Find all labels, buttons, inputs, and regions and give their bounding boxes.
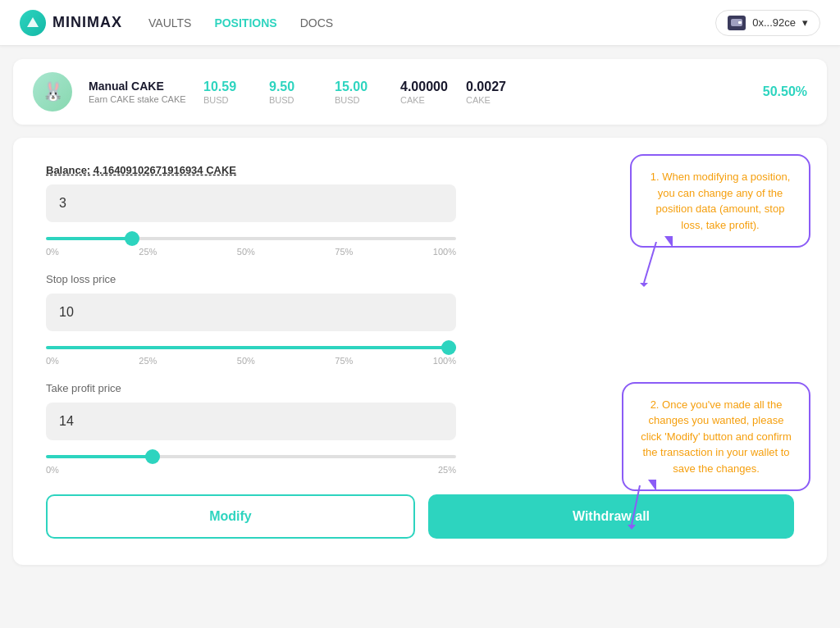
- take-profit-slider[interactable]: [46, 455, 456, 458]
- position-percentage: 50.50%: [763, 84, 807, 99]
- sl-tick-25pct: 25%: [139, 356, 157, 366]
- nav-vaults[interactable]: VAULTS: [148, 16, 191, 30]
- sl-tick-75pct: 75%: [335, 356, 353, 366]
- sl-tick-100pct: 100%: [433, 356, 456, 366]
- form-left: Balance: 4.16409102671916934 CAKE 0% 25%…: [46, 164, 456, 475]
- metric-label-4: CAKE: [400, 95, 425, 105]
- tooltip-1-text: 1. When modifying a position, you can ch…: [651, 171, 791, 231]
- amount-slider-container: 0% 25% 50% 75% 100%: [46, 229, 456, 257]
- wallet-icon: [728, 16, 746, 30]
- form-card: Balance: 4.16409102671916934 CAKE 0% 25%…: [13, 138, 827, 565]
- metric-label-1: BUSD: [203, 95, 229, 105]
- tooltip-2-text: 2. Once you've made all the changes you …: [641, 398, 791, 475]
- svg-marker-0: [27, 17, 39, 27]
- tick-75pct: 75%: [335, 247, 353, 257]
- take-profit-input[interactable]: [46, 403, 456, 440]
- svg-line-5: [632, 485, 640, 525]
- take-profit-slider-ticks: 0% 25%: [46, 465, 456, 475]
- tooltip-bubble-2: 2. Once you've made all the changes you …: [622, 382, 810, 492]
- metric-value-4: 4.00000: [400, 80, 448, 94]
- take-profit-label: Take profit price: [46, 382, 456, 394]
- stop-loss-label: Stop loss price: [46, 273, 456, 285]
- take-profit-slider-container: 0% 25%: [46, 447, 456, 475]
- tick-25pct: 25%: [139, 247, 157, 257]
- stop-loss-slider[interactable]: [46, 346, 456, 349]
- main-nav: VAULTS POSITIONS DOCS: [148, 16, 715, 30]
- logo-text: MINIMAX: [52, 14, 122, 31]
- chevron-down-icon: ▾: [802, 16, 808, 29]
- tp-tick-25pct: 25%: [438, 465, 456, 475]
- sl-tick-50pct: 50%: [237, 356, 255, 366]
- stop-loss-input[interactable]: [46, 294, 456, 331]
- position-subtitle: Earn CAKE stake CAKE: [89, 94, 187, 104]
- amount-slider-ticks: 0% 25% 50% 75% 100%: [46, 247, 456, 257]
- tick-100pct: 100%: [433, 247, 456, 257]
- token-avatar: 🐰: [33, 72, 72, 111]
- stop-loss-slider-container: 0% 25% 50% 75% 100%: [46, 338, 456, 366]
- svg-marker-6: [628, 525, 636, 530]
- wallet-button[interactable]: 0x...92ce ▾: [715, 10, 820, 36]
- position-name-area: Manual CAKE Earn CAKE stake CAKE: [89, 80, 187, 104]
- wallet-address: 0x...92ce: [752, 16, 796, 29]
- metric-value-5: 0.0027: [466, 80, 506, 94]
- metric-value-3: 15.00: [335, 80, 368, 94]
- tooltip-1-arrow: [640, 242, 705, 287]
- balance-label-row: Balance: 4.16409102671916934 CAKE: [46, 164, 456, 176]
- logo-icon: [20, 10, 46, 36]
- logo-area: MINIMAX: [20, 10, 122, 36]
- metric-label-3: BUSD: [335, 95, 360, 105]
- metric-label-5: CAKE: [466, 95, 491, 105]
- amount-slider[interactable]: [46, 237, 456, 240]
- metric-label-2: BUSD: [269, 95, 294, 105]
- sl-tick-0pct: 0%: [46, 356, 59, 366]
- tp-tick-0pct: 0%: [46, 465, 59, 475]
- token-emoji: 🐰: [42, 81, 64, 102]
- tick-0pct: 0%: [46, 247, 59, 257]
- nav-positions[interactable]: POSITIONS: [214, 16, 276, 30]
- metric-cake-1: 4.00000 CAKE: [400, 80, 450, 105]
- stop-loss-slider-ticks: 0% 25% 50% 75% 100%: [46, 356, 456, 366]
- balance-value: 4.16409102671916934 CAKE: [94, 164, 236, 176]
- svg-marker-4: [640, 283, 648, 287]
- metric-cake-2: 0.0027 CAKE: [466, 80, 515, 105]
- nav-docs[interactable]: DOCS: [300, 16, 333, 30]
- metric-busd-2: 9.50 BUSD: [269, 80, 318, 105]
- tick-50pct: 50%: [237, 247, 255, 257]
- tooltip-2-arrow: [628, 485, 693, 530]
- metric-busd-3: 15.00 BUSD: [335, 80, 384, 105]
- amount-input[interactable]: [46, 184, 456, 222]
- position-title: Manual CAKE: [89, 80, 187, 93]
- balance-prefix: Balance:: [46, 164, 90, 176]
- metric-value-1: 10.59: [203, 80, 236, 94]
- svg-rect-2: [738, 21, 742, 24]
- app-header: MINIMAX VAULTS POSITIONS DOCS 0x...92ce …: [0, 0, 840, 46]
- main-content: Balance: 4.16409102671916934 CAKE 0% 25%…: [0, 138, 840, 578]
- tooltip-bubble-1: 1. When modifying a position, you can ch…: [630, 154, 810, 248]
- metric-value-2: 9.50: [269, 80, 294, 94]
- position-row: 🐰 Manual CAKE Earn CAKE stake CAKE 10.59…: [13, 59, 827, 125]
- withdraw-button[interactable]: Withdraw all: [428, 494, 794, 539]
- svg-line-3: [644, 242, 656, 283]
- modify-button[interactable]: Modify: [46, 494, 415, 539]
- metric-busd-1: 10.59 BUSD: [203, 80, 253, 105]
